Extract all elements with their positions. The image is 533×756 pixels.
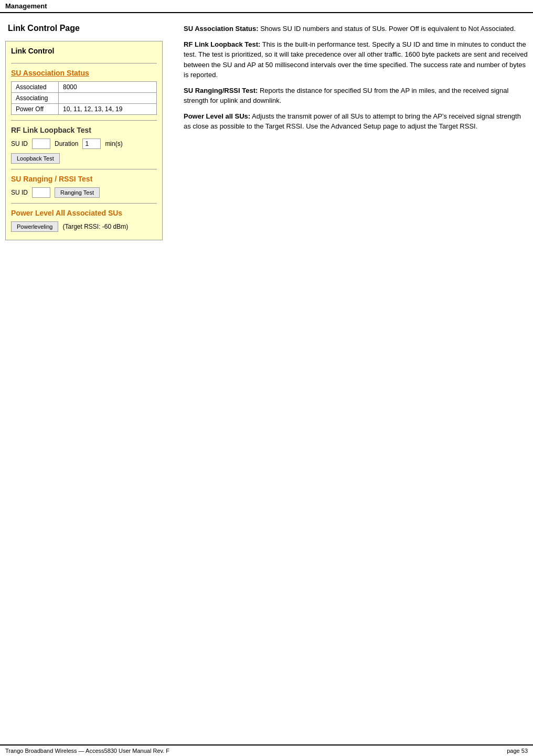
power-level-desc: Power Level all SUs: Adjusts the transmi… [184, 111, 528, 132]
value-cell-3: 10, 11, 12, 13, 14, 19 [59, 104, 157, 115]
association-table: Associated 8000 Associating Power Off 10… [11, 81, 157, 115]
table-row: Associated 8000 [12, 82, 157, 93]
su-ranging-desc: SU Ranging/RSSI Test: Reports the distan… [184, 86, 528, 106]
status-cell-3: Power Off [12, 104, 59, 115]
power-level-row: Powerleveling (Target RSSI: -60 dBm) [11, 221, 157, 232]
header-label: Management [5, 2, 47, 10]
footer-right: page 53 [507, 748, 528, 754]
divider-2 [11, 120, 157, 121]
link-control-box: Link Control SU Association Status Assoc… [5, 41, 163, 240]
value-cell-2 [59, 93, 157, 104]
value-cell-1: 8000 [59, 82, 157, 93]
duration-label: Duration [55, 140, 78, 147]
rf-loopback-row: SU ID Duration min(s) Loopback Test [11, 139, 157, 164]
su-association-desc: SU Association Status: Shows SU ID numbe… [184, 24, 528, 34]
left-panel: Link Control Page Link Control SU Associ… [5, 24, 163, 240]
su-id-input-loopback[interactable] [32, 139, 50, 149]
divider-3 [11, 169, 157, 169]
page-title: Link Control Page [5, 24, 163, 33]
duration-input[interactable] [82, 139, 101, 149]
su-association-title[interactable]: SU Association Status [11, 69, 157, 77]
power-level-title: Power Level All Associated SUs [11, 209, 157, 217]
su-association-desc-bold: SU Association Status: [184, 25, 259, 33]
divider-1 [11, 63, 157, 63]
right-panel: SU Association Status: Shows SU ID numbe… [173, 24, 528, 240]
su-ranging-row: SU ID Ranging Test [11, 187, 157, 198]
table-row: Power Off 10, 11, 12, 13, 14, 19 [12, 104, 157, 115]
status-cell-1: Associated [12, 82, 59, 93]
loopback-test-button[interactable]: Loopback Test [11, 153, 60, 164]
status-cell-2: Associating [12, 93, 59, 104]
footer-left: Trango Broadband Wireless — Access5830 U… [5, 748, 169, 754]
powerleveling-button[interactable]: Powerleveling [11, 221, 58, 232]
page-header: Management [0, 0, 533, 13]
target-rssi-label: (Target RSSI: -60 dBm) [62, 223, 128, 230]
table-row: Associating [12, 93, 157, 104]
su-association-desc-text: Shows SU ID numbers and status of SUs. P… [259, 25, 516, 33]
divider-4 [11, 203, 157, 204]
page-footer: Trango Broadband Wireless — Access5830 U… [0, 744, 533, 756]
min-label: min(s) [105, 140, 122, 147]
rf-loopback-desc: RF Link Loopback Test: This is the built… [184, 39, 528, 80]
ranging-test-button[interactable]: Ranging Test [55, 187, 100, 198]
su-ranging-title: SU Ranging / RSSI Test [11, 175, 157, 183]
rf-loopback-title: RF Link Loopback Test [11, 126, 157, 134]
link-control-title: Link Control [11, 47, 157, 58]
su-id-label-ranging: SU ID [11, 189, 28, 196]
rf-loopback-desc-bold: RF Link Loopback Test: [184, 40, 260, 48]
power-level-desc-bold: Power Level all SUs: [184, 112, 250, 120]
su-ranging-desc-bold: SU Ranging/RSSI Test: [184, 87, 258, 94]
su-id-input-ranging[interactable] [32, 187, 50, 198]
su-id-label-loopback: SU ID [11, 140, 28, 147]
